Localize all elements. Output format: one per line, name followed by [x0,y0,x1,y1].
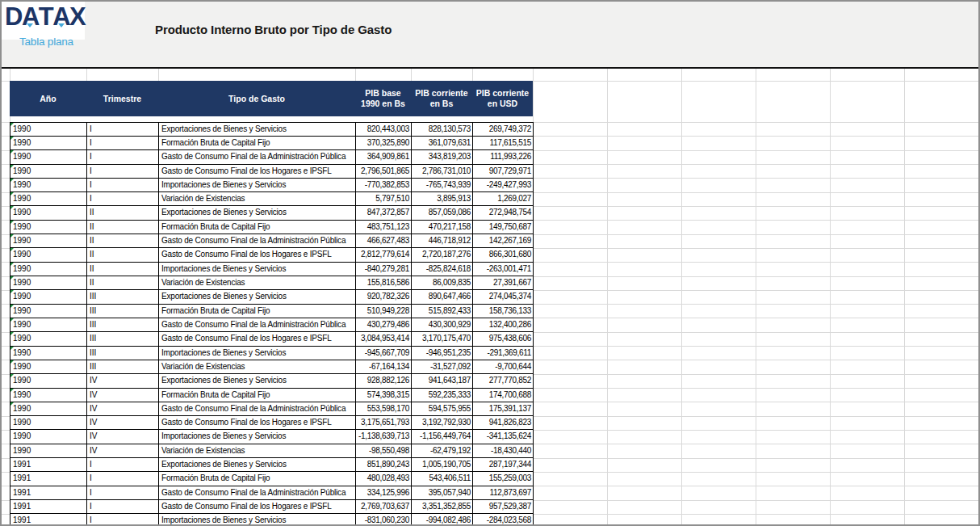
pib-bs-cell[interactable]: -1,156,449,764 [412,430,473,444]
pib-base-cell[interactable]: 2,769,703,637 [356,500,412,514]
tipo-cell[interactable]: Variación de Existencias [159,360,356,374]
pib-base-cell[interactable]: 920,782,326 [356,290,412,304]
tipo-cell[interactable]: Importaciones de Bienes y Servicios [159,179,356,192]
tipo-cell[interactable]: Exportaciones de Bienes y Servicios [159,374,356,388]
quarter-cell[interactable]: IV [87,402,159,416]
pib-bs-cell[interactable]: 594,575,955 [412,402,473,416]
quarter-cell[interactable]: III [87,347,159,360]
pib-bs-cell[interactable]: 592,235,333 [412,389,473,402]
pib-base-cell[interactable]: 3,084,953,414 [356,332,412,346]
pib-base-cell[interactable]: 820,443,003 [356,123,412,137]
tipo-cell[interactable]: Formación Bruta de Capital Fijo [159,137,356,150]
pib-base-cell[interactable]: -840,279,281 [356,263,412,276]
pib-usd-cell[interactable]: -9,700,644 [473,360,534,374]
pib-base-cell[interactable]: 480,028,493 [356,472,412,486]
tipo-cell[interactable]: Gasto de Consumo Final de la Administrac… [159,402,356,416]
tipo-cell[interactable]: Formación Bruta de Capital Fijo [159,389,356,402]
year-cell[interactable]: 1990 [10,276,87,290]
pib-usd-cell[interactable]: 158,736,133 [473,305,534,318]
pib-bs-cell[interactable]: 941,643,187 [412,374,473,388]
pib-usd-cell[interactable]: 866,301,680 [473,248,534,262]
tipo-cell[interactable]: Variación de Existencias [159,444,356,458]
pib-bs-cell[interactable]: 430,300,929 [412,318,473,332]
tipo-cell[interactable]: Variación de Existencias [159,192,356,206]
pib-usd-cell[interactable]: 132,400,286 [473,318,534,332]
pib-base-cell[interactable]: 553,598,170 [356,402,412,416]
pib-usd-cell[interactable]: 142,267,169 [473,234,534,248]
tipo-cell[interactable]: Importaciones de Bienes y Servicios [159,263,356,276]
quarter-cell[interactable]: I [87,192,159,206]
year-cell[interactable]: 1990 [10,332,87,346]
quarter-cell[interactable]: II [87,206,159,220]
tipo-cell[interactable]: Exportaciones de Bienes y Servicios [159,206,356,220]
quarter-cell[interactable]: II [87,276,159,290]
quarter-cell[interactable]: I [87,150,159,164]
quarter-cell[interactable]: III [87,290,159,304]
quarter-cell[interactable]: I [87,458,159,472]
pib-base-cell[interactable]: 483,751,123 [356,221,412,234]
quarter-cell[interactable]: IV [87,430,159,444]
pib-base-cell[interactable]: 574,398,315 [356,389,412,402]
quarter-cell[interactable]: III [87,305,159,318]
pib-bs-cell[interactable]: 446,718,912 [412,234,473,248]
pib-bs-cell[interactable]: 3,895,913 [412,192,473,206]
year-cell[interactable]: 1990 [10,123,87,137]
pib-bs-cell[interactable]: 2,786,731,010 [412,165,473,179]
tipo-cell[interactable]: Gasto de Consumo Final de los Hogares e … [159,248,356,262]
year-cell[interactable]: 1990 [10,444,87,458]
tipo-cell[interactable]: Gasto de Consumo Final de los Hogares e … [159,165,356,179]
year-cell[interactable]: 1990 [10,263,87,276]
quarter-cell[interactable]: IV [87,389,159,402]
tipo-cell[interactable]: Gasto de Consumo Final de los Hogares e … [159,500,356,514]
year-cell[interactable]: 1990 [10,179,87,192]
quarter-cell[interactable]: I [87,500,159,514]
pib-bs-cell[interactable]: -994,082,486 [412,514,473,526]
year-cell[interactable]: 1990 [10,374,87,388]
pib-usd-cell[interactable]: 1,269,027 [473,192,534,206]
pib-usd-cell[interactable]: 117,615,515 [473,137,534,150]
year-cell[interactable]: 1991 [10,472,87,486]
pib-bs-cell[interactable]: 3,351,352,855 [412,500,473,514]
year-cell[interactable]: 1990 [10,430,87,444]
quarter-cell[interactable]: I [87,137,159,150]
quarter-cell[interactable]: I [87,472,159,486]
pib-usd-cell[interactable]: 269,749,372 [473,123,534,137]
pib-usd-cell[interactable]: 175,391,137 [473,402,534,416]
year-cell[interactable]: 1990 [10,318,87,332]
pib-bs-cell[interactable]: -31,527,092 [412,360,473,374]
year-cell[interactable]: 1991 [10,458,87,472]
quarter-cell[interactable]: II [87,221,159,234]
year-cell[interactable]: 1990 [10,165,87,179]
quarter-cell[interactable]: II [87,263,159,276]
pib-base-cell[interactable]: 847,372,857 [356,206,412,220]
column-header-trimestre[interactable]: Trimestre [86,81,158,116]
tipo-cell[interactable]: Variación de Existencias [159,276,356,290]
pib-base-cell[interactable]: 370,325,890 [356,137,412,150]
year-cell[interactable]: 1990 [10,402,87,416]
quarter-cell[interactable]: II [87,234,159,248]
pib-usd-cell[interactable]: 907,729,971 [473,165,534,179]
year-cell[interactable]: 1990 [10,416,87,430]
tipo-cell[interactable]: Gasto de Consumo Final de la Administrac… [159,234,356,248]
pib-bs-cell[interactable]: 3,170,175,470 [412,332,473,346]
pib-usd-cell[interactable]: -284,023,568 [473,514,534,526]
pib-usd-cell[interactable]: 174,700,688 [473,389,534,402]
year-cell[interactable]: 1991 [10,486,87,500]
column-header-ano[interactable]: Año [10,81,86,116]
year-cell[interactable]: 1990 [10,221,87,234]
pib-base-cell[interactable]: 2,796,501,865 [356,165,412,179]
year-cell[interactable]: 1990 [10,347,87,360]
pib-bs-cell[interactable]: 470,217,158 [412,221,473,234]
tipo-cell[interactable]: Importaciones de Bienes y Servicios [159,514,356,526]
tipo-cell[interactable]: Formación Bruta de Capital Fijo [159,472,356,486]
quarter-cell[interactable]: IV [87,416,159,430]
year-cell[interactable]: 1990 [10,248,87,262]
pib-base-cell[interactable]: -945,667,709 [356,347,412,360]
pib-bs-cell[interactable]: -765,743,939 [412,179,473,192]
tipo-cell[interactable]: Exportaciones de Bienes y Servicios [159,290,356,304]
pib-base-cell[interactable]: 364,909,861 [356,150,412,164]
quarter-cell[interactable]: III [87,360,159,374]
pib-bs-cell[interactable]: -62,479,192 [412,444,473,458]
pib-usd-cell[interactable]: 975,438,606 [473,332,534,346]
pib-bs-cell[interactable]: 890,647,466 [412,290,473,304]
